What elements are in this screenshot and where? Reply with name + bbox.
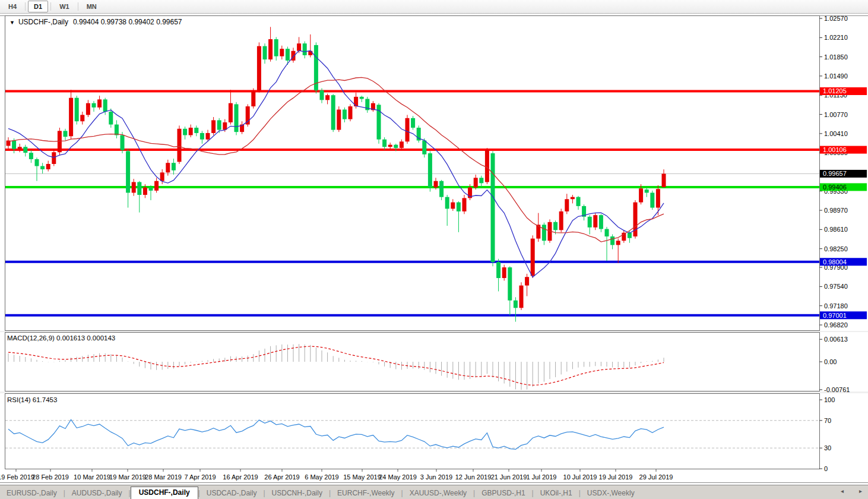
toolbar-separator <box>50 2 51 11</box>
symbol-tab-audusd-daily[interactable]: AUDUSD-,Daily <box>65 487 129 499</box>
svg-text:6 May 2019: 6 May 2019 <box>305 473 338 481</box>
svg-text:7 Apr 2019: 7 Apr 2019 <box>184 473 216 481</box>
rsi-pane-label: RSI(14) 61.7453 <box>7 396 57 403</box>
symbol-tab-usdcnh-daily[interactable]: USDCNH-,Daily <box>265 487 329 499</box>
toolbar-separator <box>25 2 26 11</box>
svg-text:19 Mar 2019: 19 Mar 2019 <box>109 473 146 481</box>
svg-text:0.96820: 0.96820 <box>824 321 848 329</box>
svg-text:10 Jul 2019: 10 Jul 2019 <box>563 473 597 481</box>
svg-text:1 Jul 2019: 1 Jul 2019 <box>527 473 557 481</box>
svg-text:0.98610: 0.98610 <box>824 226 848 233</box>
timeframe-toolbar: H4D1W1MN <box>0 0 868 14</box>
svg-text:1.01850: 1.01850 <box>824 53 848 61</box>
svg-text:16 Apr 2019: 16 Apr 2019 <box>223 473 258 481</box>
svg-text:1.01205: 1.01205 <box>823 87 847 94</box>
symbol-tab-eurchf-weekly[interactable]: EURCHF-,Weekly <box>331 487 401 499</box>
svg-text:1.01490: 1.01490 <box>824 72 848 80</box>
svg-text:70: 70 <box>824 417 831 424</box>
svg-text:0.98250: 0.98250 <box>824 245 848 252</box>
svg-text:0.97180: 0.97180 <box>824 302 848 309</box>
ohlc-high: 0.99738 <box>101 18 126 26</box>
svg-text:1.00410: 1.00410 <box>824 130 848 137</box>
chart-canvas[interactable]: 1.025701.022101.018501.014901.011301.007… <box>0 0 868 499</box>
svg-text:1.02570: 1.02570 <box>824 15 848 22</box>
symbol-tab-ukoil-h1[interactable]: UKOil-,H1 <box>534 487 579 499</box>
svg-text:12 Jun 2019: 12 Jun 2019 <box>455 473 492 481</box>
mt4-window: H4D1W1MN 1.025701.022101.018501.014901.0… <box>0 0 868 499</box>
svg-text:0.00: 0.00 <box>824 358 837 365</box>
svg-text:26 Apr 2019: 26 Apr 2019 <box>264 473 299 481</box>
svg-text:28 Mar 2019: 28 Mar 2019 <box>145 473 182 481</box>
symbol-tab-usdx-weekly[interactable]: USDX-,Weekly <box>581 487 641 499</box>
svg-text:1.00106: 1.00106 <box>823 146 847 153</box>
svg-text:0.98970: 0.98970 <box>824 207 848 214</box>
timeframe-button-h4[interactable]: H4 <box>2 1 23 12</box>
chart-symbol: USDCHF-,Daily <box>18 18 68 26</box>
symbol-tab-gbpusd-h1[interactable]: GBPUSD-,H1 <box>475 487 531 499</box>
svg-text:100: 100 <box>824 396 835 403</box>
svg-text:30: 30 <box>824 444 831 451</box>
svg-text:0.99406: 0.99406 <box>823 184 847 191</box>
svg-text:0.99657: 0.99657 <box>823 170 847 177</box>
symbol-tab-usdcad-daily[interactable]: USDCAD-,Daily <box>200 487 264 499</box>
ohlc-open: 0.99404 <box>73 18 99 26</box>
svg-text:-0.00761: -0.00761 <box>824 386 850 393</box>
svg-text:0.97001: 0.97001 <box>823 312 847 319</box>
timeframe-button-mn[interactable]: MN <box>81 1 103 12</box>
svg-text:10 Mar 2019: 10 Mar 2019 <box>74 473 110 481</box>
symbol-tab-usdchf-daily[interactable]: USDCHF-,Daily <box>131 487 198 499</box>
ohlc-low: 0.99402 <box>128 18 154 26</box>
svg-text:3 Jun 2019: 3 Jun 2019 <box>420 473 452 481</box>
symbol-dropdown-icon[interactable]: ▼ <box>9 20 15 26</box>
svg-text:19 Feb 2019: 19 Feb 2019 <box>0 473 34 481</box>
tab-scroll-left-icon[interactable]: ◂ <box>841 488 844 494</box>
svg-text:28 Feb 2019: 28 Feb 2019 <box>32 473 69 481</box>
macd-pane-label: MACD(12,26,9) 0.001613 0.000143 <box>7 334 115 342</box>
svg-text:24 May 2019: 24 May 2019 <box>379 473 417 481</box>
svg-text:0.98004: 0.98004 <box>823 258 847 266</box>
tab-scroll-right-icon[interactable]: ▸ <box>859 488 862 494</box>
symbol-tab-eurusd-daily[interactable]: EURUSD-,Daily <box>0 487 64 499</box>
timeframe-button-w1[interactable]: W1 <box>53 1 75 12</box>
svg-text:1.00770: 1.00770 <box>824 111 848 118</box>
svg-text:29 Jul 2019: 29 Jul 2019 <box>639 473 673 481</box>
symbol-tab-xauusd-weekly[interactable]: XAUUSD-,Weekly <box>403 487 473 499</box>
toolbar-separator <box>78 2 78 11</box>
symbol-tab-bar: EURUSD-,Daily|AUDUSD-,Daily|USDCHF-,Dail… <box>0 485 868 499</box>
svg-text:15 May 2019: 15 May 2019 <box>343 473 381 481</box>
timeframe-button-d1[interactable]: D1 <box>28 1 48 12</box>
svg-text:21 Jun 2019: 21 Jun 2019 <box>491 473 527 481</box>
svg-text:0.00613: 0.00613 <box>824 336 848 343</box>
ohlc-close: 0.99657 <box>156 18 182 26</box>
svg-text:19 Jul 2019: 19 Jul 2019 <box>599 473 633 481</box>
svg-text:1.02210: 1.02210 <box>824 34 848 41</box>
tab-scroll-arrows: ◂ ▸ <box>841 488 862 494</box>
chart-title: ▼USDCHF-,Daily0.99404 0.99738 0.99402 0.… <box>9 18 182 26</box>
svg-text:0.97540: 0.97540 <box>824 283 848 290</box>
svg-text:0: 0 <box>824 465 828 472</box>
